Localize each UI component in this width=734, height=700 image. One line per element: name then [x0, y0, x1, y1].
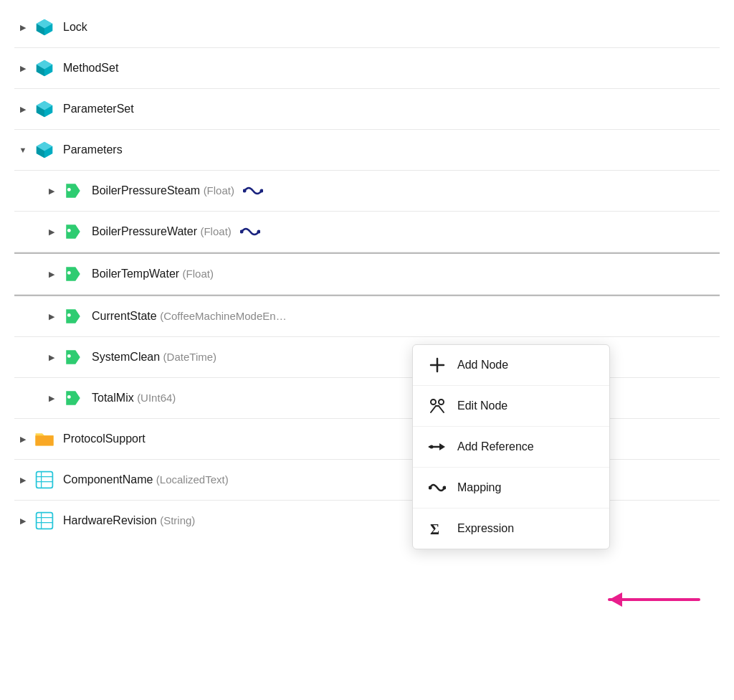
- cube-icon-methodset: [32, 55, 57, 81]
- link-icon-boilerpressurewater: [240, 224, 260, 240]
- tag-icon-currentstate: [60, 303, 86, 329]
- chevron-protocolsupport[interactable]: [14, 430, 32, 448]
- tree-item-protocolsupport[interactable]: ProtocolSupport: [14, 419, 720, 460]
- svg-marker-47: [609, 592, 622, 607]
- label-boilerpressuresteam: BoilerPressureSteam (Float): [92, 184, 234, 197]
- list-icon-componentname: [32, 467, 57, 493]
- tree-item-componentname[interactable]: ComponentName (LocalizedText): [14, 460, 720, 501]
- tag-icon-totalmix: [60, 385, 86, 411]
- svg-rect-26: [37, 472, 53, 488]
- tag-icon-boilertempwater: [60, 261, 86, 287]
- label-systemclean: SystemClean (DateTime): [92, 351, 216, 364]
- cube-icon-lock: [32, 14, 57, 40]
- tree-item-totalmix[interactable]: TotalMix (UInt64): [14, 378, 720, 419]
- tree-item-boilerpressurewater[interactable]: BoilerPressureWater (Float): [14, 212, 720, 252]
- svg-text:Σ: Σ: [430, 521, 439, 536]
- label-parameters: Parameters: [63, 143, 123, 156]
- label-boilerpressurewater: BoilerPressureWater (Float): [92, 225, 232, 238]
- cube-icon-parameters: [32, 137, 57, 163]
- arrow-ref-icon: [427, 437, 447, 457]
- arrow-annotation: [588, 580, 674, 615]
- chevron-boilerpressuresteam[interactable]: [43, 182, 60, 199]
- chevron-parameters[interactable]: [14, 141, 32, 159]
- sigma-icon: Σ: [427, 519, 447, 539]
- tree-item-methodset[interactable]: MethodSet: [14, 48, 720, 89]
- chevron-boilertempwater[interactable]: [43, 265, 60, 283]
- label-protocolsupport: ProtocolSupport: [63, 432, 146, 445]
- menu-label-expression: Expression: [457, 522, 514, 535]
- tree-item-boilerpressuresteam[interactable]: BoilerPressureSteam (Float): [14, 171, 720, 212]
- tag-icon-boilerpressurewater: [60, 219, 86, 245]
- label-totalmix: TotalMix (UInt64): [92, 392, 176, 405]
- svg-point-23: [67, 313, 71, 317]
- menu-label-mapping: Mapping: [457, 481, 501, 494]
- label-currentstate: CurrentState (CoffeeMachineModeEn…: [92, 310, 287, 323]
- tree-item-currentstate[interactable]: CurrentState (CoffeeMachineModeEn…: [14, 295, 720, 337]
- tag-icon-boilerpressuresteam: [60, 178, 86, 204]
- tree-item-boilertempwater[interactable]: BoilerTempWater (Float): [14, 252, 720, 295]
- label-boilertempwater: BoilerTempWater (Float): [92, 268, 214, 280]
- chevron-systemclean[interactable]: [43, 349, 60, 366]
- tree-item-parameterset[interactable]: ParameterSet: [14, 89, 720, 130]
- list-icon-hardwarerevision: [32, 508, 57, 534]
- chevron-boilerpressurewater[interactable]: [43, 223, 60, 240]
- menu-label-add-reference: Add Reference: [457, 440, 534, 453]
- svg-point-37: [431, 399, 436, 405]
- plus-icon: [427, 355, 447, 375]
- folder-icon-protocolsupport: [32, 426, 57, 452]
- svg-rect-30: [37, 513, 53, 529]
- cube-icon-parameterset: [32, 96, 57, 122]
- context-menu: Add Node Edit Node Add Reference: [412, 344, 610, 549]
- svg-point-16: [67, 188, 71, 191]
- chevron-parameterset[interactable]: [14, 100, 32, 118]
- mapping-icon: [427, 478, 447, 498]
- tree-item-parameters[interactable]: Parameters: [14, 130, 720, 171]
- label-componentname: ComponentName (LocalizedText): [63, 473, 229, 486]
- chevron-lock[interactable]: [14, 19, 32, 36]
- chevron-componentname[interactable]: [14, 471, 32, 488]
- svg-line-36: [431, 406, 436, 412]
- svg-point-39: [439, 399, 444, 405]
- tree-item-systemclean[interactable]: SystemClean (DateTime): [14, 337, 720, 378]
- menu-item-expression[interactable]: Σ Expression: [413, 509, 609, 549]
- tools-icon: [427, 396, 447, 416]
- svg-marker-42: [439, 443, 445, 450]
- link-icon-boilerpressuresteam: [243, 183, 263, 199]
- chevron-hardwarerevision[interactable]: [14, 512, 32, 529]
- tag-icon-systemclean: [60, 344, 86, 370]
- menu-item-mapping[interactable]: Mapping: [413, 468, 609, 509]
- svg-point-25: [67, 395, 71, 399]
- svg-point-43: [430, 445, 434, 449]
- svg-point-19: [67, 229, 71, 232]
- tree-container: Lock MethodSet ParameterSet: [0, 0, 734, 548]
- label-methodset: MethodSet: [63, 62, 118, 75]
- svg-point-24: [67, 354, 71, 358]
- label-parameterset: ParameterSet: [63, 103, 134, 115]
- menu-label-edit-node: Edit Node: [457, 399, 507, 412]
- tree-item-hardwarerevision[interactable]: HardwareRevision (String): [14, 501, 720, 541]
- label-hardwarerevision: HardwareRevision (String): [63, 514, 195, 527]
- chevron-methodset[interactable]: [14, 60, 32, 77]
- label-lock: Lock: [63, 21, 87, 34]
- chevron-currentstate[interactable]: [43, 308, 60, 325]
- menu-label-add-node: Add Node: [457, 359, 508, 372]
- menu-item-add-node[interactable]: Add Node: [413, 345, 609, 386]
- svg-line-38: [439, 406, 444, 412]
- svg-point-22: [67, 271, 71, 275]
- menu-item-add-reference[interactable]: Add Reference: [413, 427, 609, 468]
- tree-item-lock[interactable]: Lock: [14, 7, 720, 48]
- chevron-totalmix[interactable]: [43, 389, 60, 407]
- menu-item-edit-node[interactable]: Edit Node: [413, 386, 609, 427]
